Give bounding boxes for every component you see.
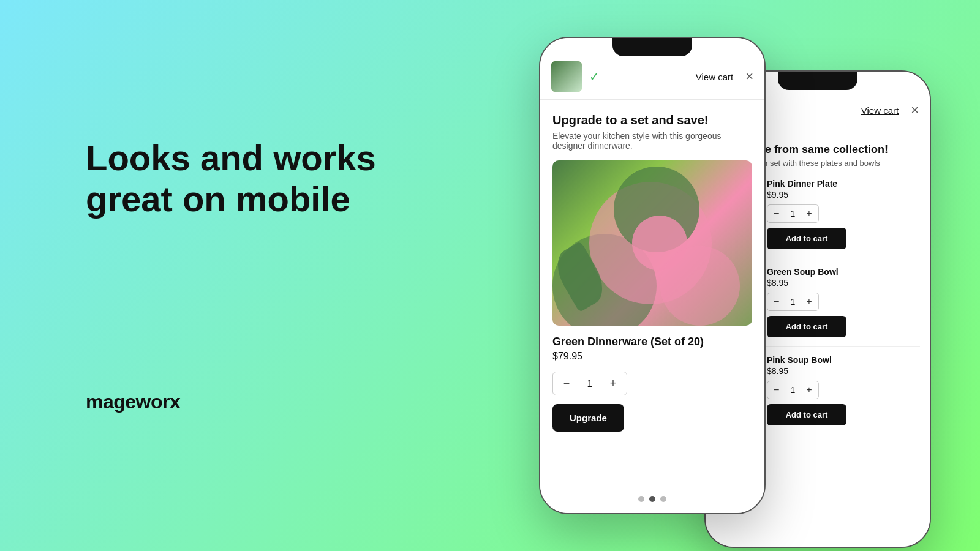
phone-2-close-icon[interactable]: × — [911, 102, 919, 118]
product-1-qty-value: 1 — [786, 209, 799, 219]
phones-wrapper: ✓ View cart × Grab more from same collec… — [502, 0, 980, 551]
phone-2-notch — [778, 72, 858, 90]
phone-1-upgrade-button[interactable]: Upgrade — [552, 404, 624, 432]
product-1-qty-increase[interactable]: + — [806, 208, 812, 219]
product-3-qty-control: − 1 + — [767, 381, 819, 399]
phone-2-view-cart-link[interactable]: View cart — [861, 105, 899, 116]
phone-1-product-name: Green Dinnerware (Set of 20) — [552, 335, 752, 348]
product-3-qty-value: 1 — [786, 385, 799, 395]
phone-1-check-icon: ✓ — [589, 69, 688, 84]
phone-1-product-image — [552, 160, 752, 326]
product-2-qty-decrease[interactable]: − — [774, 296, 779, 307]
product-3-qty-increase[interactable]: + — [806, 384, 812, 395]
product-1-add-to-cart-button[interactable]: Add to cart — [767, 228, 846, 249]
phone-1-screen: ✓ View cart × Upgrade to a set and save!… — [540, 38, 764, 513]
dot-2-active — [649, 496, 655, 502]
phone-1-qty-control: − 1 + — [552, 372, 627, 395]
headline: Looks and works great on mobile — [86, 138, 380, 219]
phone-1-notch — [612, 38, 692, 56]
phone-1-qty-increase[interactable]: + — [607, 377, 619, 390]
phone-1-qty-value: 1 — [582, 378, 597, 389]
product-1-qty-control: − 1 + — [767, 204, 819, 223]
phone-1-pagination-dots — [540, 496, 764, 502]
phone-1-upgrade-title: Upgrade to a set and save! — [552, 113, 752, 127]
phone-1-product-price: $79.95 — [552, 351, 752, 362]
phone-1-header-thumb — [551, 61, 582, 92]
product-2-qty-increase[interactable]: + — [806, 296, 812, 307]
product-2-name: Green Soup Bowl — [767, 267, 920, 277]
phone-1-view-cart-link[interactable]: View cart — [696, 72, 733, 82]
phone-1-qty-decrease[interactable]: − — [560, 377, 573, 390]
product-2-add-to-cart-button[interactable]: Add to cart — [767, 316, 846, 337]
phone-1-close-icon[interactable]: × — [745, 69, 753, 84]
phone-2-check-icon: ✓ — [755, 103, 854, 118]
product-1-qty-decrease[interactable]: − — [774, 208, 779, 219]
left-section: Looks and works great on mobile mageworx — [86, 138, 380, 413]
brand-logo: mageworx — [86, 391, 380, 413]
phone-1-upgrade-subtitle: Elevate your kitchen style with this gor… — [552, 131, 752, 151]
product-2-qty-value: 1 — [786, 297, 799, 307]
product-3-price: $8.95 — [767, 366, 920, 376]
product-1-name: Pink Dinner Plate — [767, 179, 920, 189]
product-2-price: $8.95 — [767, 278, 920, 288]
product-1-price: $9.95 — [767, 190, 920, 200]
product-3-name: Pink Soup Bowl — [767, 355, 920, 365]
product-1-info: Pink Dinner Plate $9.95 − 1 + Add to car… — [767, 179, 920, 249]
dot-3 — [660, 496, 666, 502]
product-3-qty-decrease[interactable]: − — [774, 384, 779, 395]
product-2-info: Green Soup Bowl $8.95 − 1 + Add to cart — [767, 267, 920, 337]
phone-1: ✓ View cart × Upgrade to a set and save!… — [539, 37, 766, 514]
dot-1 — [638, 496, 644, 502]
phone-1-body: Upgrade to a set and save! Elevate your … — [540, 100, 764, 445]
product-2-qty-control: − 1 + — [767, 293, 819, 311]
product-3-add-to-cart-button[interactable]: Add to cart — [767, 404, 846, 425]
product-3-info: Pink Soup Bowl $8.95 − 1 + Add to cart — [767, 355, 920, 425]
